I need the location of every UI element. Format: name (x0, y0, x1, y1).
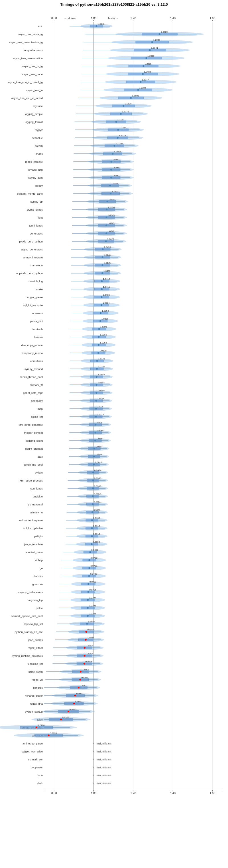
svg-text:1.0258: 1.0258 (100, 334, 107, 336)
svg-point-184 (105, 241, 107, 242)
svg-text:1.1506: 1.1506 (124, 102, 132, 105)
svg-text:1.0253: 1.0253 (100, 342, 107, 344)
svg-text:1.60: 1.60 (210, 792, 216, 795)
svg-point-166 (106, 217, 107, 218)
svg-text:richards: richards (33, 686, 43, 689)
svg-text:0.9732: 0.9732 (89, 581, 96, 583)
svg-point-563 (93, 751, 94, 752)
svg-text:1.20: 1.20 (131, 17, 136, 20)
svg-point-532 (73, 703, 75, 704)
svg-point-232 (101, 304, 102, 306)
svg-point-244 (99, 320, 101, 322)
svg-text:tornado_http: tornado_http (28, 168, 43, 171)
svg-text:async_tree_io_tg: async_tree_io_tg (22, 65, 43, 68)
svg-text:fannkuch: fannkuch (32, 328, 43, 331)
svg-text:faster →: faster → (108, 17, 119, 20)
svg-text:0.9963: 0.9963 (94, 485, 101, 488)
svg-text:0.7110: 0.7110 (38, 724, 45, 726)
svg-point-466 (87, 615, 89, 617)
svg-point-454 (87, 599, 89, 601)
svg-text:sympy_integrate: sympy_integrate (23, 256, 43, 259)
svg-point-40 (149, 49, 151, 51)
svg-text:meteor_contest: meteor_contest (24, 431, 43, 434)
svg-text:← slower: ← slower (64, 17, 76, 20)
svg-text:async_tree_io: async_tree_io (26, 89, 43, 92)
svg-point-358 (92, 471, 94, 473)
svg-point-412 (91, 543, 93, 545)
chart-container: Timings of python-a19bb261a327e1008f21-a… (0, 0, 228, 799)
svg-point-136 (110, 177, 112, 179)
svg-text:1.0140: 1.0140 (97, 389, 105, 392)
svg-text:nqueens: nqueens (32, 312, 43, 315)
svg-text:1.1881: 1.1881 (132, 94, 139, 97)
main-chart: 0.801.001.201.401.60← slowerfaster →ALL1… (0, 7, 228, 797)
svg-text:1.0622: 1.0622 (107, 238, 114, 241)
svg-point-220 (101, 288, 103, 290)
svg-point-310 (95, 408, 97, 409)
svg-point-100 (117, 129, 119, 131)
svg-text:bench_thread_pool: bench_thread_pool (20, 375, 43, 378)
svg-text:async_generators: async_generators (21, 248, 43, 251)
svg-text:1.3329: 1.3329 (161, 31, 168, 33)
svg-point-202 (102, 265, 104, 266)
svg-point-382 (92, 503, 93, 505)
svg-text:1.0403: 1.0403 (103, 294, 110, 296)
svg-text:1.0091: 1.0091 (96, 421, 104, 424)
svg-text:1.0411: 1.0411 (103, 286, 110, 288)
svg-text:1.0445: 1.0445 (104, 262, 111, 265)
svg-text:0.9767: 0.9767 (90, 572, 97, 575)
svg-text:1.0962: 1.0962 (114, 150, 121, 153)
svg-text:sqlglot_optimize: sqlglot_optimize (23, 527, 43, 530)
svg-point-154 (107, 200, 108, 203)
svg-text:insignificant: insignificant (96, 742, 111, 745)
svg-text:sqlglot_transpile: sqlglot_transpile (23, 304, 43, 307)
svg-text:asyncio_tcp: asyncio_tcp (28, 598, 43, 601)
svg-text:0.9783: 0.9783 (91, 557, 98, 559)
svg-text:mako: mako (36, 288, 43, 291)
svg-point-514 (79, 679, 81, 680)
svg-text:0.9547: 0.9547 (86, 644, 93, 647)
svg-point-508 (80, 671, 82, 673)
svg-text:1.40: 1.40 (170, 17, 176, 20)
svg-text:asyncio_tcp_ssl: asyncio_tcp_ssl (24, 622, 43, 625)
svg-text:1.1235: 1.1235 (119, 126, 126, 129)
svg-point-478 (86, 631, 87, 633)
svg-text:mypy2: mypy2 (35, 128, 43, 131)
svg-text:0.9707: 0.9707 (89, 596, 96, 599)
svg-point-566 (93, 759, 94, 760)
svg-text:1.0446: 1.0446 (104, 254, 111, 256)
svg-text:sympy_expand: sympy_expand (25, 367, 43, 371)
svg-point-142 (109, 185, 111, 186)
svg-text:json: json (38, 774, 43, 777)
svg-text:async_tree_cpu_io_mixed_tg: async_tree_cpu_io_mixed_tg (7, 81, 43, 84)
svg-point-496 (84, 655, 86, 656)
svg-text:1.0276: 1.0276 (100, 326, 108, 328)
svg-text:0.9320: 0.9320 (81, 676, 88, 679)
svg-text:1.0144: 1.0144 (98, 381, 105, 384)
svg-text:1.0148: 1.0148 (98, 373, 105, 376)
svg-text:2to3: 2to3 (38, 455, 43, 458)
svg-text:1.0645: 1.0645 (108, 214, 115, 217)
svg-text:1.2660: 1.2660 (147, 55, 154, 57)
svg-point-286 (96, 376, 97, 378)
svg-text:async_tree_cpu_io_mixed: async_tree_cpu_io_mixed (11, 96, 43, 100)
svg-point-472 (86, 623, 88, 625)
svg-text:1.0438: 1.0438 (104, 270, 111, 272)
svg-point-490 (84, 647, 86, 649)
svg-text:aiohttp: aiohttp (34, 559, 43, 562)
svg-text:1.00: 1.00 (91, 792, 96, 795)
svg-text:1.00: 1.00 (91, 17, 96, 20)
svg-text:0.9066: 0.9066 (76, 692, 84, 695)
svg-text:pathlib: pathlib (35, 144, 43, 147)
svg-text:insignificant: insignificant (96, 766, 111, 769)
svg-text:pprint_safe_repr: pprint_safe_repr (23, 391, 43, 395)
svg-point-106 (117, 137, 119, 138)
svg-point-22 (95, 25, 97, 27)
chart-title: Timings of python-a19bb261a327e1008f21-a… (0, 0, 228, 7)
svg-point-400 (91, 527, 93, 529)
svg-text:1.0412: 1.0412 (103, 278, 110, 280)
svg-point-322 (95, 424, 96, 426)
svg-point-118 (112, 153, 113, 155)
svg-point-262 (98, 344, 99, 346)
svg-text:bench_mp_pool: bench_mp_pool (23, 463, 43, 466)
